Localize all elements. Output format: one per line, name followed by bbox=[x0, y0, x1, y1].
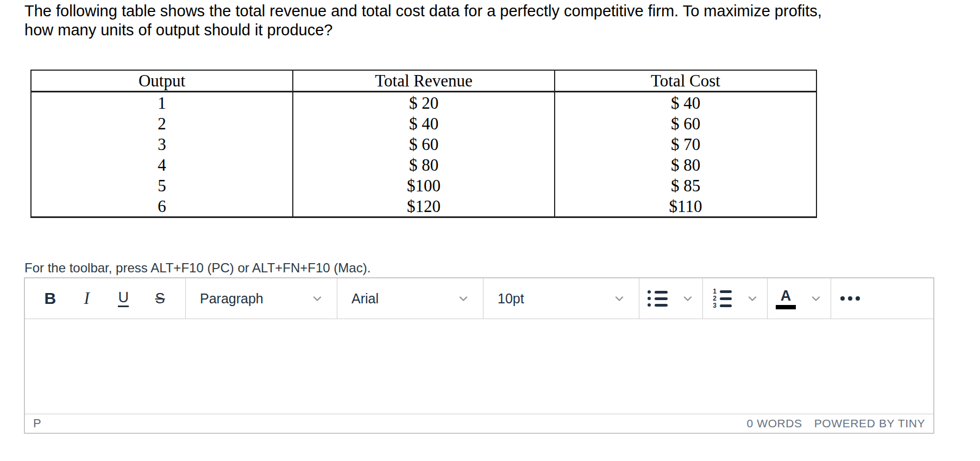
table-cell: $ 80 bbox=[555, 154, 816, 175]
chevron-down-icon bbox=[613, 292, 626, 305]
table-header-total-cost: Total Cost bbox=[555, 70, 816, 92]
table-cell: $ 85 bbox=[555, 175, 816, 196]
font-family-select[interactable]: Arial bbox=[337, 278, 483, 319]
element-path-item[interactable]: P bbox=[33, 416, 41, 431]
table-cell: $ 60 bbox=[555, 113, 816, 134]
table-row: 1 $ 20 $ 40 bbox=[31, 92, 816, 114]
word-count[interactable]: 0 WORDS bbox=[747, 417, 802, 430]
current-color-swatch bbox=[776, 305, 796, 309]
table-cell: $ 40 bbox=[555, 92, 816, 114]
editor-statusbar: P 0 WORDS POWERED BY TINY bbox=[25, 414, 933, 433]
table-cell: $ 70 bbox=[555, 134, 816, 154]
table-cell: $110 bbox=[555, 196, 816, 217]
chevron-down-icon[interactable] bbox=[809, 292, 822, 305]
chevron-down-icon[interactable] bbox=[746, 292, 759, 305]
table-cell: 5 bbox=[31, 175, 293, 196]
table-cell: $120 bbox=[293, 196, 555, 217]
italic-button[interactable]: I bbox=[72, 283, 102, 314]
table-cell: $ 20 bbox=[293, 92, 555, 114]
question-line-1: The following table shows the total reve… bbox=[24, 2, 822, 21]
table-row: 5 $100 $ 85 bbox=[31, 175, 816, 196]
table-cell: 6 bbox=[31, 196, 293, 217]
chevron-down-icon bbox=[457, 292, 470, 305]
text-format-group: B I U S bbox=[25, 278, 186, 319]
more-options-button[interactable] bbox=[831, 278, 933, 319]
strikethrough-button[interactable]: S bbox=[146, 283, 175, 314]
branding-link[interactable]: POWERED BY TINY bbox=[814, 417, 925, 430]
more-options-icon bbox=[840, 296, 860, 301]
question-text: The following table shows the total reve… bbox=[24, 2, 822, 40]
text-color-button[interactable]: A bbox=[768, 278, 831, 319]
table-cell: 3 bbox=[31, 134, 293, 154]
bullet-list-button[interactable] bbox=[639, 278, 703, 319]
question-line-2: how many units of output should it produ… bbox=[24, 21, 822, 40]
font-size-select[interactable]: 10pt bbox=[483, 278, 639, 319]
table-cell: 1 bbox=[31, 92, 293, 114]
numbered-list-icon bbox=[711, 289, 732, 308]
data-table: Output Total Revenue Total Cost 1 $ 20 $… bbox=[30, 70, 817, 218]
font-family-label: Arial bbox=[351, 291, 379, 307]
text-color-icon[interactable]: A bbox=[776, 288, 796, 309]
table-cell: $ 40 bbox=[293, 113, 555, 134]
underline-button[interactable]: U bbox=[109, 283, 138, 314]
editor-content[interactable] bbox=[25, 319, 933, 414]
table-row: 3 $ 60 $ 70 bbox=[31, 134, 816, 154]
chevron-down-icon bbox=[311, 292, 324, 305]
table-header-total-revenue: Total Revenue bbox=[293, 70, 555, 92]
table-row: 2 $ 40 $ 60 bbox=[31, 113, 816, 134]
paragraph-format-select[interactable]: Paragraph bbox=[186, 278, 337, 319]
table-row: 4 $ 80 $ 80 bbox=[31, 154, 816, 175]
paragraph-format-label: Paragraph bbox=[200, 291, 263, 307]
bold-button[interactable]: B bbox=[35, 283, 65, 314]
table-cell: 2 bbox=[31, 113, 293, 134]
table-cell: $100 bbox=[293, 175, 555, 196]
table-row: 6 $120 $110 bbox=[31, 196, 816, 217]
table-cell: $ 80 bbox=[293, 154, 555, 175]
chevron-down-icon[interactable] bbox=[681, 292, 694, 305]
rich-text-editor: B I U S Paragraph Arial 10pt bbox=[24, 277, 934, 434]
editor-toolbar: B I U S Paragraph Arial 10pt bbox=[25, 278, 933, 319]
numbered-list-button[interactable] bbox=[703, 278, 768, 319]
font-size-label: 10pt bbox=[498, 291, 524, 307]
table-cell: 4 bbox=[31, 154, 293, 175]
table-cell: $ 60 bbox=[293, 134, 555, 154]
bullet-list-icon bbox=[648, 290, 668, 307]
table-header-row: Output Total Revenue Total Cost bbox=[31, 70, 816, 92]
table-header-output: Output bbox=[31, 70, 293, 92]
toolbar-hint: For the toolbar, press ALT+F10 (PC) or A… bbox=[24, 260, 370, 276]
